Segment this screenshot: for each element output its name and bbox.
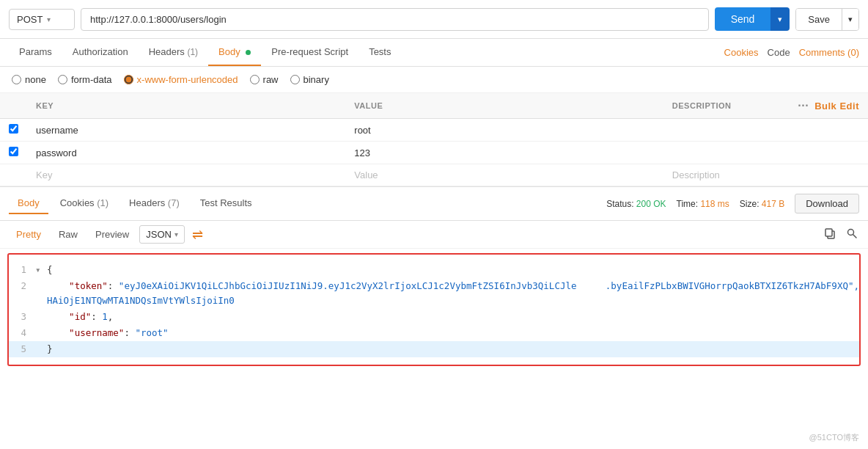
table-row: KeyValueDescription (0, 164, 868, 186)
th-value: VALUE (345, 93, 663, 119)
table-row: password123 (0, 142, 868, 164)
body-type-binary[interactable]: binary (290, 74, 329, 85)
resp-tab-body[interactable]: Body (9, 193, 48, 214)
save-btn-group: Save ▾ (795, 8, 859, 31)
tab-body[interactable]: Body (208, 39, 261, 66)
save-button[interactable]: Save (796, 9, 842, 30)
tab-prerequest[interactable]: Pre-request Script (261, 39, 358, 66)
body-type-none[interactable]: none (12, 74, 46, 85)
json-line: 4 "username": "root" (9, 325, 859, 341)
search-icon[interactable] (845, 226, 859, 244)
status-info: Status: 200 OK Time: 118 ms Size: 417 B … (606, 194, 859, 213)
wrap-icon[interactable]: ⇌ (192, 227, 203, 243)
right-icons (823, 226, 859, 244)
headers-badge: (1) (187, 47, 198, 57)
row-value: root (345, 119, 663, 142)
status-label: Status: 200 OK (606, 199, 666, 209)
line-number: 4 (9, 326, 35, 340)
row-checkbox-cell (0, 164, 27, 186)
body-type-row: none form-data x-www-form-urlencoded raw… (0, 67, 868, 93)
tab-params[interactable]: Params (9, 39, 62, 66)
tab-authorization[interactable]: Authorization (62, 39, 139, 66)
bulk-edit-button[interactable]: Bulk Edit (814, 101, 859, 112)
headers-resp-badge: (7) (168, 197, 180, 208)
th-checkbox (0, 93, 27, 119)
fmt-tab-raw[interactable]: Raw (51, 225, 85, 244)
format-bar: Pretty Raw Preview JSON ▾ ⇌ (0, 221, 868, 249)
body-type-formdata[interactable]: form-data (58, 74, 112, 85)
svg-rect-1 (825, 229, 832, 236)
resp-tab-test-results[interactable]: Test Results (191, 193, 261, 214)
format-dropdown[interactable]: JSON ▾ (139, 225, 185, 244)
line-arrow (35, 342, 47, 357)
line-arrow[interactable]: ▾ (35, 263, 47, 277)
line-content: "id": 1, (47, 310, 859, 324)
line-arrow (35, 310, 47, 324)
json-line: 3 "id": 1, (9, 309, 859, 325)
row-key: Key (27, 164, 345, 186)
copy-icon[interactable] (823, 226, 837, 244)
row-checkbox[interactable] (9, 124, 18, 134)
row-value: 123 (345, 142, 663, 164)
size-value: 417 B (762, 199, 784, 209)
line-content: { (47, 263, 859, 277)
json-line: 1▾{ (9, 262, 859, 278)
method-label: POST (17, 14, 43, 25)
save-dropdown-button[interactable]: ▾ (842, 9, 858, 30)
json-output: 1▾{2 "token": "eyJ0eXAiOiJKV1QiLCJhbGciO… (7, 253, 861, 366)
response-bar: Body Cookies (1) Headers (7) Test Result… (0, 186, 868, 221)
body-dot (246, 50, 251, 55)
fmt-tab-pretty[interactable]: Pretty (9, 225, 48, 244)
size-label: Size: 417 B (740, 199, 784, 209)
more-options-icon[interactable]: ··· (798, 99, 809, 112)
line-number: 1 (9, 263, 35, 277)
line-arrow (35, 326, 47, 340)
format-dropdown-label: JSON (146, 229, 172, 240)
top-bar: POST ▾ Send ▾ Save ▾ (0, 0, 868, 39)
json-line: 5} (9, 341, 859, 357)
row-checkbox-cell (0, 119, 27, 142)
tab-headers[interactable]: Headers (1) (139, 39, 208, 66)
body-type-raw[interactable]: raw (250, 74, 279, 85)
url-input[interactable] (81, 8, 709, 31)
description-header-label: DESCRIPTION (672, 101, 732, 110)
resp-tab-headers[interactable]: Headers (7) (120, 193, 188, 214)
row-checkbox[interactable] (9, 147, 18, 156)
line-content: "token": "eyJ0eXAiOiJKV1QiLCJhbGciOiJIUz… (47, 279, 579, 308)
comments-link[interactable]: Comments (0) (799, 47, 859, 58)
row-key: password (27, 142, 345, 164)
cookies-link[interactable]: Cookies (724, 47, 759, 58)
line-number: 3 (9, 310, 35, 324)
line-content: } (47, 342, 859, 357)
send-btn-group: Send ▾ (715, 7, 790, 31)
line-number: 2 (9, 279, 35, 308)
row-description: Description (663, 164, 868, 186)
params-table: KEY VALUE DESCRIPTION ··· Bulk Edit user… (0, 93, 868, 186)
cookies-resp-badge: (1) (97, 197, 108, 208)
fmt-tab-preview[interactable]: Preview (88, 225, 136, 244)
status-value: 200 OK (636, 199, 666, 209)
body-type-urlencoded[interactable]: x-www-form-urlencoded (124, 74, 238, 85)
line-number: 5 (9, 342, 35, 357)
line-content: "username": "root" (47, 326, 859, 340)
method-caret: ▾ (47, 15, 51, 23)
resp-tab-cookies[interactable]: Cookies (1) (51, 193, 117, 214)
tab-tests[interactable]: Tests (358, 39, 401, 66)
method-dropdown[interactable]: POST ▾ (9, 9, 75, 30)
format-dropdown-caret: ▾ (174, 230, 178, 238)
request-tabs: Params Authorization Headers (1) Body Pr… (0, 39, 868, 67)
th-key: KEY (27, 93, 345, 119)
send-dropdown-button[interactable]: ▾ (770, 7, 790, 31)
send-button[interactable]: Send (715, 7, 771, 31)
row-checkbox-cell (0, 142, 27, 164)
code-link[interactable]: Code (768, 47, 790, 58)
right-links: Cookies Code Comments (0) (724, 47, 859, 58)
row-value: Value (345, 164, 663, 186)
table-row: usernameroot (0, 119, 868, 142)
row-description (663, 119, 868, 142)
download-button[interactable]: Download (795, 194, 859, 213)
time-label: Time: 118 ms (677, 199, 729, 209)
row-description (663, 142, 868, 164)
th-description: DESCRIPTION ··· Bulk Edit (663, 93, 868, 119)
row-key: username (27, 119, 345, 142)
